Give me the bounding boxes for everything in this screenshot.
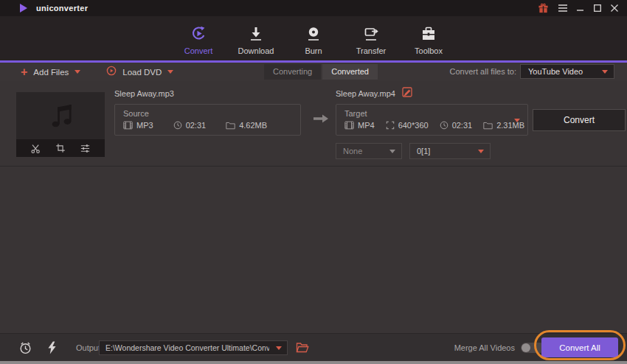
view-tabs: Converting Converted bbox=[264, 64, 378, 80]
tab-label: Toolbox bbox=[415, 46, 443, 55]
schedule-clock-icon[interactable] bbox=[18, 340, 32, 354]
app-title: uniconverter bbox=[36, 4, 88, 13]
target-label: Target bbox=[344, 109, 527, 118]
target-format: MP4 bbox=[344, 121, 375, 130]
maximize-button[interactable] bbox=[594, 4, 601, 12]
target-file-name: Sleep Away.mp4 bbox=[336, 89, 395, 98]
trim-button[interactable] bbox=[30, 143, 41, 154]
tab-transfer[interactable]: Transfer bbox=[350, 23, 392, 60]
source-size: 4.62MB bbox=[226, 121, 267, 130]
source-label: Source bbox=[123, 109, 300, 118]
format-caret-icon bbox=[602, 70, 608, 74]
target-settings-caret-icon[interactable] bbox=[514, 119, 520, 122]
minimize-button[interactable] bbox=[577, 4, 584, 12]
music-note-icon bbox=[16, 92, 105, 139]
toggle-knob bbox=[522, 343, 530, 352]
audio-track-value: 0[1] bbox=[417, 147, 430, 155]
tab-toolbox[interactable]: Toolbox bbox=[408, 23, 449, 60]
output-path-caret-icon bbox=[276, 346, 282, 350]
transfer-icon bbox=[362, 23, 380, 43]
source-to-target-arrow-icon bbox=[313, 113, 329, 127]
source-info-row: MP3 02:31 4.62MB bbox=[123, 121, 300, 130]
source-format-value: MP3 bbox=[136, 121, 153, 130]
target-resolution: 640*360 bbox=[386, 121, 429, 130]
output-label: Output bbox=[76, 343, 100, 352]
main-nav: Convert Download Burn Transfer Toolbox bbox=[0, 16, 627, 60]
tab-burn[interactable]: Burn bbox=[293, 23, 334, 60]
download-icon bbox=[247, 23, 265, 43]
open-folder-icon[interactable] bbox=[296, 342, 309, 353]
convert-icon bbox=[190, 23, 208, 43]
crop-button[interactable] bbox=[55, 143, 66, 153]
target-info-box: Target MP4 640*360 02:31 2.31MB bbox=[336, 104, 528, 136]
target-duration-value: 02:31 bbox=[452, 121, 473, 130]
add-files-caret-icon[interactable] bbox=[75, 70, 80, 74]
high-speed-bolt-icon[interactable] bbox=[47, 341, 57, 354]
source-info-box: Source MP3 02:31 4.62MB bbox=[114, 104, 301, 136]
source-file-name: Sleep Away.mp3 bbox=[114, 89, 174, 98]
add-files-label: Add Files bbox=[33, 68, 69, 77]
load-dvd-caret-icon[interactable] bbox=[167, 70, 173, 74]
toolbar-left: + Add Files Load DVD bbox=[21, 63, 173, 81]
subtitle-select-value: None bbox=[343, 147, 362, 155]
source-format: MP3 bbox=[123, 121, 153, 130]
tab-convert[interactable]: Convert bbox=[178, 23, 219, 60]
convert-all-button[interactable]: Convert All bbox=[541, 337, 618, 357]
output-format-select[interactable]: YouTube Video bbox=[520, 64, 614, 79]
tab-converting[interactable]: Converting bbox=[264, 64, 321, 80]
gift-icon[interactable] bbox=[538, 3, 549, 13]
output-format-value: YouTube Video bbox=[528, 67, 583, 76]
plus-icon: + bbox=[21, 66, 27, 78]
file-thumbnail[interactable] bbox=[16, 92, 105, 157]
convert-all-to-label: Convert all files to: bbox=[450, 67, 516, 76]
audio-track-caret-icon bbox=[478, 150, 484, 153]
tab-label: Burn bbox=[305, 46, 322, 55]
row-divider bbox=[0, 166, 627, 167]
burn-disc-icon bbox=[305, 23, 322, 43]
toolbar: + Add Files Load DVD Converting Converte… bbox=[0, 63, 627, 81]
subtitle-caret-icon bbox=[389, 150, 395, 153]
convert-button[interactable]: Convert bbox=[533, 109, 626, 131]
tab-label: Convert bbox=[184, 46, 213, 55]
toolbox-icon bbox=[420, 23, 437, 43]
subtitle-select[interactable]: None bbox=[336, 143, 402, 159]
audio-track-select[interactable]: 0[1] bbox=[409, 143, 491, 159]
effects-button[interactable] bbox=[80, 143, 91, 154]
tab-converted[interactable]: Converted bbox=[322, 64, 378, 80]
file-list: Sleep Away.mp3 Source MP3 02:31 4.62MB bbox=[0, 81, 627, 333]
titlebar: uniconverter bbox=[0, 0, 627, 16]
target-format-value: MP4 bbox=[358, 121, 375, 130]
dvd-icon bbox=[106, 66, 117, 79]
window-controls bbox=[538, 3, 618, 13]
load-dvd-label: Load DVD bbox=[122, 68, 162, 77]
tab-label: Transfer bbox=[356, 46, 387, 55]
add-files-button[interactable]: + Add Files bbox=[21, 66, 80, 78]
bottom-bar: Output E:\Wondershare Video Converter Ul… bbox=[0, 333, 627, 361]
target-size-value: 2.31MB bbox=[496, 121, 524, 130]
close-button[interactable] bbox=[611, 4, 618, 12]
target-duration: 02:31 bbox=[440, 121, 473, 130]
target-name-row: Sleep Away.mp4 bbox=[336, 87, 412, 100]
window-bottom-edge bbox=[0, 361, 627, 364]
thumbnail-toolbar bbox=[16, 139, 105, 157]
tab-label: Download bbox=[238, 46, 274, 55]
uniconverter-window: uniconverter Convert bbox=[0, 0, 627, 364]
target-info-row: MP4 640*360 02:31 2.31MB bbox=[344, 121, 527, 130]
tab-download[interactable]: Download bbox=[235, 23, 277, 60]
source-duration-value: 02:31 bbox=[186, 121, 207, 130]
merge-all-videos-label: Merge All Videos bbox=[454, 343, 515, 352]
rename-edit-icon[interactable] bbox=[402, 87, 412, 100]
source-size-value: 4.62MB bbox=[239, 121, 267, 130]
load-dvd-button[interactable]: Load DVD bbox=[106, 66, 173, 79]
app-logo-icon bbox=[20, 4, 27, 13]
menu-icon[interactable] bbox=[558, 4, 567, 12]
target-resolution-value: 640*360 bbox=[398, 121, 429, 130]
output-path-select[interactable]: E:\Wondershare Video Converter Ultimate\… bbox=[99, 340, 288, 355]
source-duration: 02:31 bbox=[173, 121, 207, 130]
output-path-value: E:\Wondershare Video Converter Ultimate\… bbox=[105, 343, 269, 352]
